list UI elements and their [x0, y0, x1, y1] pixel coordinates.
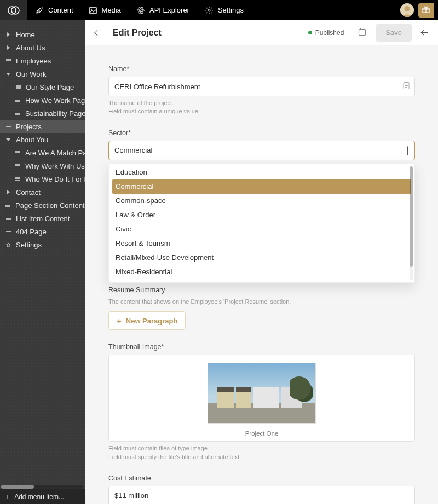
svg-rect-12	[359, 29, 365, 35]
exit-button[interactable]	[417, 25, 434, 41]
sidebar-item-who-we-do-it-for-page[interactable]: Who We Do It For Page	[0, 172, 85, 186]
sidebar-item-label: Projects	[16, 123, 42, 131]
topnav-content[interactable]: Content	[27, 0, 81, 20]
status-dot-icon	[308, 31, 312, 34]
chevron-down-icon	[5, 137, 11, 142]
topnav-label: Settings	[218, 6, 244, 14]
thumbnail-field: Thumbnail Image* Project One Field must …	[108, 343, 415, 461]
sector-option-commercial[interactable]: Commercial	[112, 179, 411, 194]
sidebar-item-label: About You	[16, 136, 48, 144]
name-input[interactable]	[108, 77, 415, 96]
sector-selected-value: Commercial	[114, 146, 152, 154]
form-scroll[interactable]: Name* The name of the project. Field mus…	[85, 45, 438, 504]
chevron-down-icon	[5, 71, 11, 77]
name-label: Name*	[108, 65, 415, 73]
cost-estimate-input[interactable]	[108, 486, 415, 504]
chevron-right-icon	[5, 189, 11, 195]
plus-icon: +	[5, 493, 10, 501]
user-avatar[interactable]	[400, 3, 414, 17]
app-logo[interactable]	[0, 0, 27, 20]
sector-field: Sector* Commercial EducationCommercialCo…	[108, 129, 415, 160]
sector-select[interactable]: Commercial	[108, 141, 415, 160]
notes-icon[interactable]	[403, 82, 410, 91]
svg-point-7	[140, 10, 141, 11]
sector-option-retail-mixed-use-development[interactable]: Retail/Mixed-Use Development	[109, 251, 414, 265]
chevron-left-icon	[94, 30, 100, 36]
sidebar-item-contact[interactable]: Contact	[0, 186, 85, 199]
sidebar-item-employees[interactable]: Employees	[0, 54, 85, 67]
sidebar-item-our-style-page[interactable]: Our Style Page	[0, 80, 85, 94]
sidebar-item-label: Settings	[16, 241, 42, 249]
page-title: Edit Project	[113, 28, 303, 38]
list-icon	[5, 58, 11, 63]
new-paragraph-label: New Paragraph	[126, 317, 178, 325]
thumbnail-image[interactable]	[208, 363, 316, 424]
dropdown-scrollbar[interactable]	[410, 166, 413, 280]
topnav-media[interactable]: Media	[81, 0, 129, 20]
sidebar-item-label: Home	[16, 31, 35, 39]
sidebar-item-projects[interactable]: Projects	[0, 120, 85, 133]
sidebar-item-settings[interactable]: ✿Settings	[0, 238, 85, 251]
resume-summary-label: Resume Summary	[108, 286, 415, 294]
sidebar-item-label: Who We Do It For Page	[25, 175, 85, 183]
sector-option-mixed-residential[interactable]: Mixed-Residential	[109, 265, 414, 279]
topnav-label: API Explorer	[149, 6, 189, 14]
sidebar-item-label: 404 Page	[16, 228, 47, 236]
sidebar-item-404-page[interactable]: 404 Page	[0, 225, 85, 238]
svg-point-8	[208, 9, 210, 11]
image-icon	[89, 6, 97, 15]
save-button[interactable]: Save	[376, 24, 412, 42]
list-icon	[5, 216, 11, 221]
sidebar-item-our-work[interactable]: Our Work	[0, 67, 85, 80]
thumbnail-label: Thumbnail Image*	[108, 343, 415, 351]
back-button[interactable]	[88, 23, 107, 43]
new-paragraph-button[interactable]: + New Paragraph	[108, 311, 186, 330]
sidebar-hscrollbar[interactable]	[1, 485, 83, 489]
thumbnail-box[interactable]: Project One	[108, 355, 415, 442]
sector-option-common-space[interactable]: Common-space	[109, 194, 414, 208]
list-icon	[5, 124, 11, 129]
sidebar-item-sustainability-page[interactable]: Sustainability Page	[0, 107, 85, 120]
calendar-icon	[358, 28, 366, 38]
topnav-api-explorer[interactable]: API Explorer	[129, 0, 197, 20]
name-help: The name of the project. Field must cont…	[108, 99, 415, 116]
topnav-label: Content	[48, 6, 73, 14]
sidebar-item-about-us[interactable]: About Us	[0, 41, 85, 54]
sidebar-item-are-we-a-match-page[interactable]: Are We A Match Page	[0, 146, 85, 159]
topbar: Content Media API Explorer Settings	[0, 0, 438, 20]
list-icon	[15, 97, 20, 103]
sidebar-item-label: Are We A Match Page	[25, 149, 85, 157]
thumbnail-help: Field must contain files of type image F…	[108, 444, 415, 461]
sector-option-civic[interactable]: Civic	[109, 222, 414, 236]
publish-status-label: Published	[315, 29, 344, 37]
exit-arrow-icon	[422, 30, 429, 36]
add-menu-item-button[interactable]: + Add menu item...	[0, 489, 85, 504]
sidebar-item-list-item-content[interactable]: List Item Content	[0, 212, 85, 225]
svg-point-10	[405, 6, 410, 11]
sector-option-education[interactable]: Education	[109, 165, 414, 179]
cost-estimate-label: Cost Estimate	[108, 474, 415, 482]
list-icon	[15, 111, 20, 116]
publish-status: Published	[308, 29, 344, 37]
sidebar-item-page-section-content[interactable]: Page Section Content	[0, 199, 85, 212]
sidebar-tree: HomeAbout UsEmployeesOur WorkOur Style P…	[0, 20, 85, 489]
list-icon	[5, 229, 11, 234]
sidebar-item-about-you[interactable]: About You	[0, 133, 85, 146]
sidebar-item-label: How We Work Page	[25, 96, 85, 105]
gift-button[interactable]	[418, 3, 434, 18]
sector-option-law-order[interactable]: Law & Order	[109, 208, 414, 222]
topbar-right	[400, 0, 438, 20]
chevron-right-icon	[5, 32, 11, 37]
sidebar-item-how-we-work-page[interactable]: How We Work Page	[0, 94, 85, 107]
page-header: Edit Project Published Save	[85, 20, 438, 45]
sidebar: HomeAbout UsEmployeesOur WorkOur Style P…	[0, 20, 85, 504]
schedule-button[interactable]	[354, 25, 370, 41]
content-area: Edit Project Published Save Name*	[85, 20, 438, 504]
sector-option-resort-tourism[interactable]: Resort & Tourism	[109, 236, 414, 251]
gear-icon: ✿	[5, 242, 11, 247]
sidebar-item-home[interactable]: Home	[0, 28, 85, 41]
atom-icon	[136, 6, 145, 15]
sidebar-item-why-work-with-us-page[interactable]: Why Work With Us Page	[0, 159, 85, 172]
topnav-settings[interactable]: Settings	[197, 0, 251, 20]
sidebar-item-label: Our Work	[16, 70, 46, 78]
